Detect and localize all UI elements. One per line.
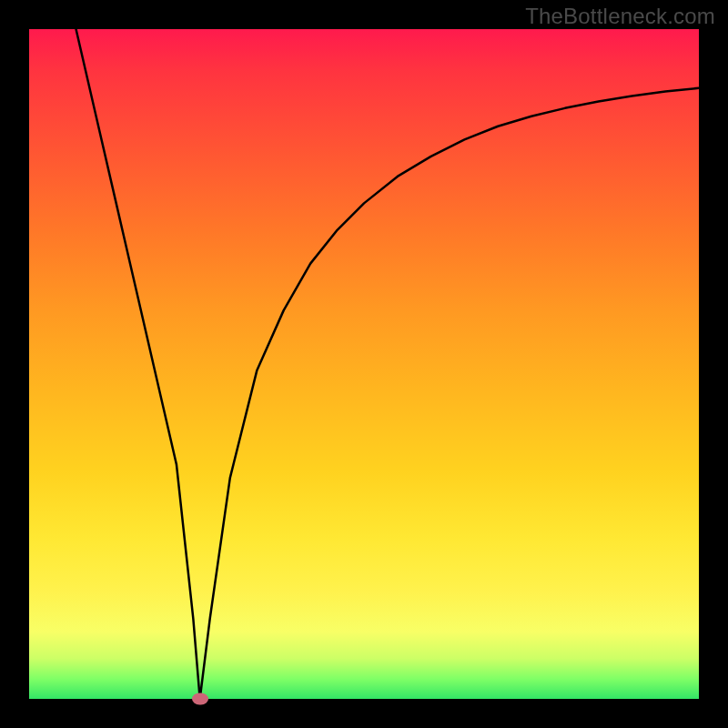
- chart-curve: [29, 29, 699, 699]
- chart-plot-area: [29, 29, 699, 699]
- series-curve: [76, 29, 699, 699]
- watermark-text: TheBottleneck.com: [525, 4, 715, 29]
- minimum-marker: [192, 693, 208, 705]
